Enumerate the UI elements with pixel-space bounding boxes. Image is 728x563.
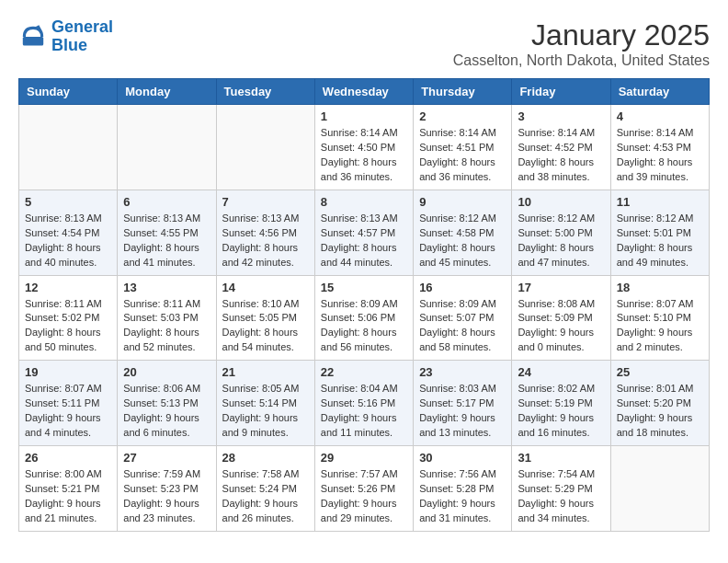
logo-text: General Blue <box>51 18 113 55</box>
day-number: 29 <box>321 451 407 465</box>
weekday-header-saturday: Saturday <box>610 79 709 105</box>
day-number: 28 <box>222 451 309 465</box>
day-info: Sunrise: 8:10 AMSunset: 5:05 PMDaylight:… <box>222 297 309 356</box>
day-number: 21 <box>222 365 309 379</box>
calendar-day-cell: 6Sunrise: 8:13 AMSunset: 4:55 PMDaylight… <box>118 190 216 275</box>
calendar-day-cell: 3Sunrise: 8:14 AMSunset: 4:52 PMDaylight… <box>512 105 610 190</box>
day-info: Sunrise: 8:14 AMSunset: 4:50 PMDaylight:… <box>321 126 407 185</box>
day-number: 5 <box>25 195 111 209</box>
day-info: Sunrise: 8:13 AMSunset: 4:56 PMDaylight:… <box>222 212 309 270</box>
day-info: Sunrise: 8:14 AMSunset: 4:51 PMDaylight:… <box>419 126 506 185</box>
calendar-day-cell <box>19 105 118 190</box>
day-number: 18 <box>617 281 703 294</box>
calendar-day-cell: 27Sunrise: 7:59 AMSunset: 5:23 PMDayligh… <box>118 446 216 532</box>
title-block: January 2025 Casselton, North Dakota, Un… <box>453 18 710 69</box>
day-info: Sunrise: 8:07 AMSunset: 5:10 PMDaylight:… <box>617 297 703 356</box>
calendar-day-cell: 5Sunrise: 8:13 AMSunset: 4:54 PMDaylight… <box>19 190 118 275</box>
calendar-day-cell: 11Sunrise: 8:12 AMSunset: 5:01 PMDayligh… <box>610 190 709 275</box>
calendar-week-row: 1Sunrise: 8:14 AMSunset: 4:50 PMDaylight… <box>19 105 710 190</box>
day-info: Sunrise: 8:12 AMSunset: 4:58 PMDaylight:… <box>419 212 506 270</box>
logo: General Blue <box>18 18 113 55</box>
day-number: 10 <box>518 195 604 209</box>
calendar-day-cell <box>610 446 709 532</box>
day-info: Sunrise: 7:58 AMSunset: 5:24 PMDaylight:… <box>222 467 309 526</box>
day-number: 20 <box>123 365 210 379</box>
calendar-week-row: 5Sunrise: 8:13 AMSunset: 4:54 PMDaylight… <box>19 190 710 275</box>
calendar-day-cell: 22Sunrise: 8:04 AMSunset: 5:16 PMDayligh… <box>314 361 413 446</box>
weekday-header-wednesday: Wednesday <box>314 79 413 105</box>
day-info: Sunrise: 8:03 AMSunset: 5:17 PMDaylight:… <box>419 382 506 441</box>
day-info: Sunrise: 8:14 AMSunset: 4:52 PMDaylight:… <box>518 126 604 185</box>
calendar-day-cell: 16Sunrise: 8:09 AMSunset: 5:07 PMDayligh… <box>414 275 512 361</box>
day-info: Sunrise: 8:13 AMSunset: 4:54 PMDaylight:… <box>25 212 111 270</box>
calendar-day-cell: 9Sunrise: 8:12 AMSunset: 4:58 PMDaylight… <box>414 190 512 275</box>
day-number: 17 <box>518 281 604 294</box>
calendar-day-cell: 30Sunrise: 7:56 AMSunset: 5:28 PMDayligh… <box>414 446 512 532</box>
day-info: Sunrise: 8:12 AMSunset: 5:00 PMDaylight:… <box>518 212 604 270</box>
day-number: 23 <box>419 365 506 379</box>
day-number: 6 <box>123 195 210 209</box>
day-number: 26 <box>25 451 111 465</box>
day-info: Sunrise: 8:00 AMSunset: 5:21 PMDaylight:… <box>25 467 111 526</box>
day-info: Sunrise: 8:02 AMSunset: 5:19 PMDaylight:… <box>518 382 604 441</box>
day-info: Sunrise: 8:04 AMSunset: 5:16 PMDaylight:… <box>321 382 407 441</box>
day-info: Sunrise: 8:09 AMSunset: 5:07 PMDaylight:… <box>419 297 506 356</box>
day-info: Sunrise: 8:11 AMSunset: 5:02 PMDaylight:… <box>25 297 111 356</box>
day-number: 30 <box>419 451 506 465</box>
calendar-day-cell: 13Sunrise: 8:11 AMSunset: 5:03 PMDayligh… <box>118 275 216 361</box>
day-info: Sunrise: 8:08 AMSunset: 5:09 PMDaylight:… <box>518 297 604 356</box>
svg-rect-0 <box>23 37 43 46</box>
calendar-day-cell: 19Sunrise: 8:07 AMSunset: 5:11 PMDayligh… <box>19 361 118 446</box>
day-info: Sunrise: 8:05 AMSunset: 5:14 PMDaylight:… <box>222 382 309 441</box>
day-info: Sunrise: 8:01 AMSunset: 5:20 PMDaylight:… <box>617 382 703 441</box>
day-info: Sunrise: 8:13 AMSunset: 4:57 PMDaylight:… <box>321 212 407 270</box>
day-info: Sunrise: 8:13 AMSunset: 4:55 PMDaylight:… <box>123 212 210 270</box>
logo-line1: General <box>51 17 113 36</box>
calendar-day-cell: 26Sunrise: 8:00 AMSunset: 5:21 PMDayligh… <box>19 446 118 532</box>
weekday-header-sunday: Sunday <box>19 79 118 105</box>
day-info: Sunrise: 8:07 AMSunset: 5:11 PMDaylight:… <box>25 382 111 441</box>
day-number: 7 <box>222 195 309 209</box>
calendar-day-cell <box>216 105 314 190</box>
calendar-day-cell: 29Sunrise: 7:57 AMSunset: 5:26 PMDayligh… <box>314 446 413 532</box>
calendar-day-cell: 31Sunrise: 7:54 AMSunset: 5:29 PMDayligh… <box>512 446 610 532</box>
calendar-day-cell: 28Sunrise: 7:58 AMSunset: 5:24 PMDayligh… <box>216 446 314 532</box>
day-info: Sunrise: 8:11 AMSunset: 5:03 PMDaylight:… <box>123 297 210 356</box>
calendar-day-cell: 10Sunrise: 8:12 AMSunset: 5:00 PMDayligh… <box>512 190 610 275</box>
day-number: 13 <box>123 281 210 294</box>
calendar-day-cell: 24Sunrise: 8:02 AMSunset: 5:19 PMDayligh… <box>512 361 610 446</box>
day-number: 16 <box>419 281 506 294</box>
day-number: 19 <box>25 365 111 379</box>
day-number: 15 <box>321 281 407 294</box>
calendar-week-row: 26Sunrise: 8:00 AMSunset: 5:21 PMDayligh… <box>19 446 710 532</box>
day-number: 24 <box>518 365 604 379</box>
calendar-day-cell <box>118 105 216 190</box>
weekday-header-row: SundayMondayTuesdayWednesdayThursdayFrid… <box>19 79 710 105</box>
day-info: Sunrise: 7:54 AMSunset: 5:29 PMDaylight:… <box>518 467 604 526</box>
weekday-header-tuesday: Tuesday <box>216 79 314 105</box>
calendar-week-row: 12Sunrise: 8:11 AMSunset: 5:02 PMDayligh… <box>19 275 710 361</box>
day-number: 31 <box>518 451 604 465</box>
day-info: Sunrise: 7:56 AMSunset: 5:28 PMDaylight:… <box>419 467 506 526</box>
calendar-day-cell: 15Sunrise: 8:09 AMSunset: 5:06 PMDayligh… <box>314 275 413 361</box>
weekday-header-friday: Friday <box>512 79 610 105</box>
day-info: Sunrise: 8:12 AMSunset: 5:01 PMDaylight:… <box>617 212 703 270</box>
calendar-day-cell: 4Sunrise: 8:14 AMSunset: 4:53 PMDaylight… <box>610 105 709 190</box>
day-number: 14 <box>222 281 309 294</box>
calendar-day-cell: 20Sunrise: 8:06 AMSunset: 5:13 PMDayligh… <box>118 361 216 446</box>
day-number: 22 <box>321 365 407 379</box>
day-info: Sunrise: 7:57 AMSunset: 5:26 PMDaylight:… <box>321 467 407 526</box>
calendar-day-cell: 1Sunrise: 8:14 AMSunset: 4:50 PMDaylight… <box>314 105 413 190</box>
calendar-day-cell: 25Sunrise: 8:01 AMSunset: 5:20 PMDayligh… <box>610 361 709 446</box>
day-info: Sunrise: 8:06 AMSunset: 5:13 PMDaylight:… <box>123 382 210 441</box>
calendar-day-cell: 17Sunrise: 8:08 AMSunset: 5:09 PMDayligh… <box>512 275 610 361</box>
day-number: 1 <box>321 109 407 123</box>
month-title: January 2025 <box>453 18 710 52</box>
calendar-table: SundayMondayTuesdayWednesdayThursdayFrid… <box>18 78 710 532</box>
day-number: 12 <box>25 281 111 294</box>
page-header: General Blue January 2025 Casselton, Nor… <box>18 18 710 69</box>
calendar-day-cell: 23Sunrise: 8:03 AMSunset: 5:17 PMDayligh… <box>414 361 512 446</box>
day-number: 9 <box>419 195 506 209</box>
calendar-day-cell: 2Sunrise: 8:14 AMSunset: 4:51 PMDaylight… <box>414 105 512 190</box>
logo-icon <box>18 22 48 52</box>
